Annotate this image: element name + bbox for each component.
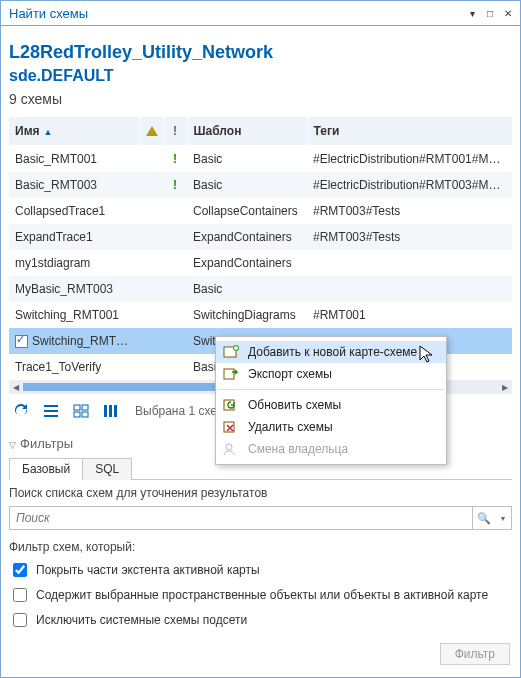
chk-extent-label: Покрыть части экстента активной карты <box>36 563 260 577</box>
table-row[interactable]: CollapsedTrace1CollapseContainers#RMT003… <box>9 198 512 224</box>
chk-extent-row[interactable]: Покрыть части экстента активной карты <box>9 560 512 580</box>
filter-button[interactable]: Фильтр <box>440 643 510 665</box>
svg-rect-12 <box>224 369 234 379</box>
list-icon <box>43 404 59 418</box>
columns-icon <box>103 404 119 418</box>
tab-basic[interactable]: Базовый <box>9 458 83 480</box>
col-name[interactable]: Имя▲ <box>9 117 139 146</box>
svg-rect-7 <box>104 405 107 417</box>
chk-exclude-label: Исключить системные схемы подсети <box>36 613 247 627</box>
ctx-update-label: Обновить схемы <box>248 398 341 412</box>
scroll-right-icon[interactable]: ▶ <box>498 380 512 394</box>
ctx-change-owner: Смена владельца <box>216 438 446 460</box>
window-title: Найти схемы <box>9 6 88 21</box>
ctx-delete-label: Удалить схемы <box>248 420 333 434</box>
chk-contain[interactable] <box>13 588 27 602</box>
scroll-left-icon[interactable]: ◀ <box>9 380 23 394</box>
table-row[interactable]: ExpandTrace1ExpandContainers#RMT003#Test… <box>9 224 512 250</box>
search-dropdown[interactable]: ▾ <box>495 507 511 529</box>
search-input[interactable] <box>10 511 472 525</box>
row-checkbox-icon[interactable] <box>15 335 28 348</box>
grid-icon <box>73 404 89 418</box>
titlebar: Найти схемы ▾ □ ✕ <box>1 1 520 26</box>
export-icon <box>222 366 240 382</box>
table-row[interactable]: my1stdiagramExpandContainers <box>9 250 512 276</box>
col-exclaim[interactable]: ! <box>163 117 187 146</box>
tab-sql[interactable]: SQL <box>82 458 132 480</box>
ctx-add-new-map[interactable]: Добавить к новой карте-схеме <box>216 341 446 363</box>
add-map-icon <box>222 344 240 360</box>
chevron-down-icon: ▽ <box>9 440 16 450</box>
chk-contain-row[interactable]: Содержит выбранные пространственные объе… <box>9 585 512 605</box>
view-columns-button[interactable] <box>99 400 123 422</box>
ctx-delete[interactable]: Удалить схемы <box>216 416 446 438</box>
search-icon: 🔍 <box>477 512 491 525</box>
refresh-icon <box>13 403 29 419</box>
svg-rect-6 <box>82 412 88 417</box>
svg-rect-9 <box>114 405 117 417</box>
col-warning[interactable] <box>139 117 163 146</box>
view-grid-button[interactable] <box>69 400 93 422</box>
network-name: L28RedTrolley_Utility_Network <box>9 42 512 63</box>
context-menu: Добавить к новой карте-схеме Экспорт схе… <box>215 336 447 465</box>
svg-rect-4 <box>82 405 88 410</box>
table-row[interactable]: MyBasic_RMT003Basic <box>9 276 512 302</box>
col-tags[interactable]: Теги <box>307 117 512 146</box>
table-row[interactable]: Basic_RMT001!Basic#ElectricDistribution#… <box>9 146 512 173</box>
ctx-owner-label: Смена владельца <box>248 442 348 456</box>
svg-rect-3 <box>74 405 80 410</box>
ctx-export[interactable]: Экспорт схемы <box>216 363 446 385</box>
chk-contain-label: Содержит выбранные пространственные объе… <box>36 588 488 602</box>
search-button[interactable]: 🔍 <box>472 507 495 529</box>
svg-rect-5 <box>74 412 80 417</box>
update-icon <box>222 397 240 413</box>
search-label: Поиск списка схем для уточнения результа… <box>9 486 512 500</box>
svg-rect-1 <box>44 410 58 412</box>
chk-exclude-row[interactable]: Исключить системные схемы подсети <box>9 610 512 630</box>
refresh-button[interactable] <box>9 400 33 422</box>
close-icon[interactable]: ✕ <box>500 6 516 20</box>
col-template[interactable]: Шаблон <box>187 117 307 146</box>
warning-icon <box>146 126 158 136</box>
view-list-button[interactable] <box>39 400 63 422</box>
ctx-export-label: Экспорт схемы <box>248 367 332 381</box>
ctx-separator <box>218 389 444 390</box>
ctx-add-label: Добавить к новой карте-схеме <box>248 345 417 359</box>
svg-point-15 <box>226 444 232 450</box>
table-row[interactable]: Basic_RMT003!Basic#ElectricDistribution#… <box>9 172 512 198</box>
owner-label: sde.DEFAULT <box>9 67 512 85</box>
svg-rect-0 <box>44 405 58 407</box>
count-label: 9 схемы <box>9 91 512 107</box>
maximize-icon[interactable]: □ <box>482 6 498 20</box>
chk-extent[interactable] <box>13 563 27 577</box>
dropdown-icon[interactable]: ▾ <box>464 6 480 20</box>
delete-icon <box>222 419 240 435</box>
svg-rect-2 <box>44 415 58 417</box>
owner-icon <box>222 441 240 457</box>
ctx-update[interactable]: Обновить схемы <box>216 394 446 416</box>
filter-which-label: Фильтр схем, который: <box>9 540 512 554</box>
search-input-wrap: 🔍 ▾ <box>9 506 512 530</box>
chk-exclude[interactable] <box>13 613 27 627</box>
svg-rect-8 <box>109 405 112 417</box>
table-row[interactable]: Switching_RMT001SwitchingDiagrams#RMT001 <box>9 302 512 328</box>
